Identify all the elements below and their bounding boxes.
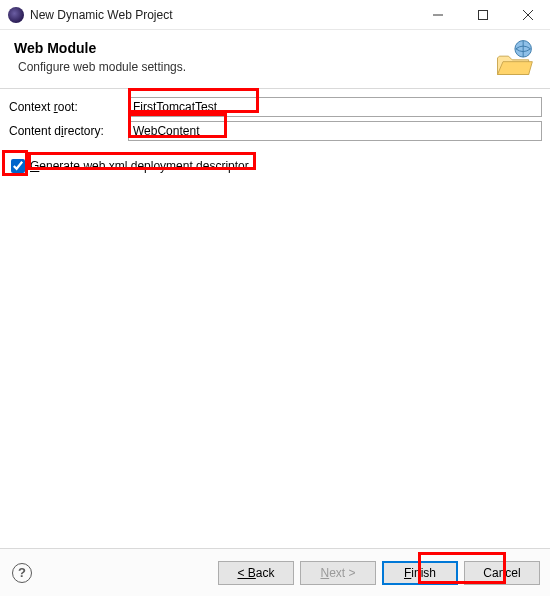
content-directory-input[interactable] [128,121,542,141]
context-root-row: Context root: [8,97,542,117]
wizard-header: Web Module Configure web module settings… [0,30,550,89]
cancel-button[interactable]: Cancel [464,561,540,585]
page-subtitle: Configure web module settings. [18,60,536,74]
titlebar: New Dynamic Web Project [0,0,550,30]
back-button[interactable]: < Back [218,561,294,585]
window-title: New Dynamic Web Project [30,8,415,22]
next-button: Next > [300,561,376,585]
content-directory-row: Content directory: [8,121,542,141]
context-root-input[interactable] [128,97,542,117]
button-bar: ? < Back Next > Finish Cancel [0,548,550,596]
svg-rect-1 [478,10,487,19]
content-directory-label: Content directory: [8,124,128,138]
minimize-button[interactable] [415,0,460,30]
eclipse-icon [8,7,24,23]
web-module-icon [492,36,536,80]
close-button[interactable] [505,0,550,30]
wizard-buttons: < Back Next > Finish Cancel [218,561,540,585]
generate-webxml-row: Generate web.xml deployment descriptor [8,159,542,173]
generate-webxml-label: Generate web.xml deployment descriptor [30,159,249,173]
maximize-button[interactable] [460,0,505,30]
form-area: Context root: Content directory: Generat… [0,89,550,173]
finish-button[interactable]: Finish [382,561,458,585]
window-controls [415,0,550,30]
generate-webxml-checkbox[interactable] [11,159,25,173]
page-title: Web Module [14,40,536,56]
context-root-label: Context root: [8,100,128,114]
help-icon[interactable]: ? [12,563,32,583]
